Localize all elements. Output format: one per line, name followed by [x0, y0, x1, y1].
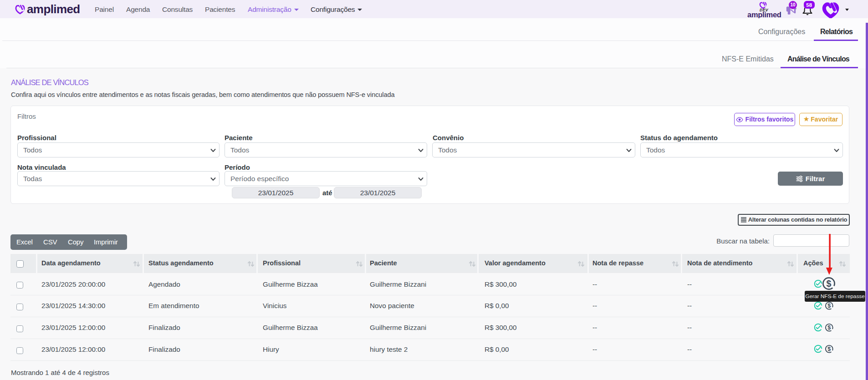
- svg-text:$: $: [827, 279, 832, 289]
- svg-text:$: $: [827, 324, 831, 331]
- svg-text:$: $: [827, 303, 831, 309]
- svg-text:$: $: [827, 346, 831, 352]
